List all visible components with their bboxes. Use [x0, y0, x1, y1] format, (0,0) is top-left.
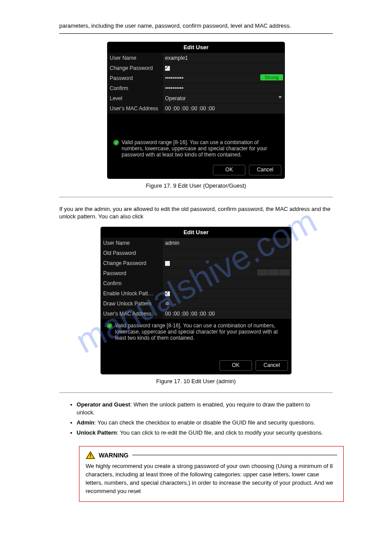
change-password-checkbox[interactable]: [163, 258, 291, 268]
edit-user-dialog-operator: Edit User User Name example1 Change Pass…: [107, 42, 285, 179]
ok-button[interactable]: OK: [219, 360, 252, 371]
mac-input[interactable]: 00 :00 :00 :00 :00 :00: [163, 308, 291, 319]
bullet-lead: Admin: [77, 419, 94, 426]
bullet-item: • Operator and Guest: When the unlock pa…: [70, 401, 326, 417]
old-password-label: Old Password: [101, 248, 163, 258]
dialog-title: Edit User: [107, 42, 285, 53]
bullet-lead: Unlock Pattern: [77, 429, 117, 436]
strength-badge: Strong: [260, 74, 283, 80]
warning-underline: [132, 454, 337, 455]
bullet-lead: Operator and Guest: [77, 401, 130, 408]
confirm-input[interactable]: ••••••••••: [163, 83, 285, 93]
level-value: Operator: [165, 95, 186, 102]
checkbox-icon: [165, 261, 170, 266]
warning-icon: !: [86, 451, 95, 460]
warning-header: ! WARNING: [86, 451, 337, 460]
checkbox-checked-icon: [165, 66, 170, 71]
hint-text: Valid password range [8-16]. You can use…: [122, 139, 279, 158]
dialog-title: Edit User: [101, 227, 291, 238]
mac-input[interactable]: 00 :00 :00 :00 :00 :00: [163, 103, 285, 113]
chevron-down-icon: [278, 96, 282, 98]
strength-meter-empty: [257, 269, 290, 276]
enable-unlock-pattern-label: Enable Unlock Patt…: [101, 288, 163, 298]
bullet-list: • Operator and Guest: When the unlock pa…: [70, 401, 326, 437]
dialog-buttons: OK Cancel: [107, 162, 285, 179]
password-hint: ✓ Valid password range [8-16]. You can u…: [101, 319, 291, 345]
divider-mid-2: [59, 392, 333, 393]
warning-body: We highly recommend you create a strong …: [86, 462, 337, 495]
intro-text: parameters, including the user name, pas…: [59, 22, 333, 30]
password-hint: ✓ Valid password range [8-16]. You can u…: [107, 136, 285, 162]
password-mask: ••••••••••: [165, 75, 183, 81]
username-input[interactable]: admin: [163, 238, 291, 248]
change-password-label: Change Password: [101, 258, 163, 268]
check-circle-icon: ✓: [113, 140, 119, 145]
confirm-label: Confirm: [101, 278, 163, 288]
password-label: Password: [101, 268, 163, 278]
level-select[interactable]: Operator: [163, 93, 285, 103]
ok-button[interactable]: OK: [213, 165, 245, 175]
username-label: User Name: [108, 53, 163, 63]
bullet-marker: •: [70, 419, 72, 427]
enable-unlock-pattern-checkbox[interactable]: [163, 288, 291, 298]
bullet-marker: •: [70, 401, 72, 417]
confirm-input[interactable]: [163, 278, 291, 288]
password-input[interactable]: [163, 268, 291, 278]
change-password-checkbox[interactable]: [163, 63, 285, 73]
gear-icon: ✲: [165, 301, 169, 307]
old-password-input[interactable]: [163, 248, 291, 258]
username-label: User Name: [101, 238, 163, 248]
form-table: User Name example1 Change Password Passw…: [107, 53, 285, 114]
cancel-button[interactable]: Cancel: [249, 165, 281, 175]
mac-label: User's MAC Address: [108, 103, 163, 113]
check-circle-icon: ✓: [107, 323, 112, 329]
bullet-item: • Unlock Pattern: You can click to re-ed…: [70, 429, 326, 437]
figure-caption-2: Figure 17. 10 Edit User (admin): [0, 378, 392, 385]
dialog-buttons: OK Cancel: [101, 358, 291, 374]
bullet-text: You can click to re-edit the GUID file, …: [120, 429, 323, 436]
draw-unlock-pattern-label: Draw Unlock Pattern: [101, 298, 163, 308]
bullet-text: You can check the checkbox to enable or …: [97, 419, 315, 426]
admin-intro: If you are the admin, you are allowed to…: [59, 205, 333, 221]
edit-user-dialog-admin: Edit User User Name admin Old Password C…: [101, 227, 291, 374]
divider-mid-1: [59, 197, 333, 197]
bullet-item: • Admin: You can check the checkbox to e…: [70, 419, 326, 427]
password-input[interactable]: •••••••••• Strong: [163, 73, 285, 83]
draw-unlock-pattern-button[interactable]: ✲: [163, 298, 291, 308]
username-input[interactable]: example1: [163, 53, 285, 63]
form-table: User Name admin Old Password Change Pass…: [101, 238, 291, 319]
change-password-label: Change Password: [108, 63, 163, 73]
warning-title: WARNING: [99, 452, 129, 459]
checkbox-checked-icon: [165, 291, 170, 296]
level-label: Level: [108, 93, 163, 103]
divider-top: [59, 33, 333, 34]
bullet-marker: •: [70, 429, 72, 437]
mac-label: User's MAC Address: [101, 308, 163, 319]
confirm-label: Confirm: [108, 83, 163, 93]
warning-box: ! WARNING We highly recommend you create…: [79, 446, 344, 502]
hint-text: Valid password range [8-16]. You can use…: [115, 323, 285, 341]
figure-caption-1: Figure 17. 9 Edit User (Operator/Guest): [0, 182, 392, 189]
password-label: Password: [108, 73, 163, 83]
cancel-button[interactable]: Cancel: [255, 360, 288, 371]
